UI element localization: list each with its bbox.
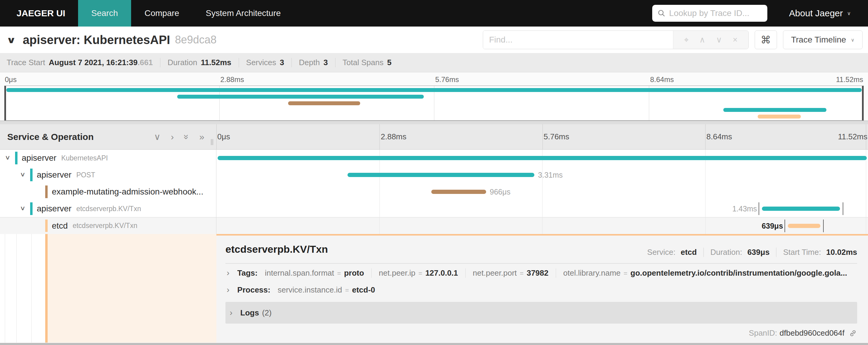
meta-label: Service:	[647, 248, 675, 257]
minimap-span-bar	[758, 115, 801, 118]
nav-item-compare[interactable]: Compare	[131, 0, 192, 27]
collapse-all-icon[interactable]: »	[182, 134, 191, 139]
span-row[interactable]: ∨ apiserver POST 3.31ms	[0, 167, 868, 183]
span-name-cell[interactable]: etcd etcdserverpb.KV/Txn	[0, 218, 216, 234]
span-detail-meta: Service: etcd Duration: 639μs Start Time…	[647, 248, 857, 257]
timeline-column-header: Service & Operation ∨ › » » 0μs2.88ms5.7…	[0, 124, 868, 150]
span-label-tick	[823, 220, 824, 232]
span-expand-chevron-icon[interactable]: ∨	[5, 150, 10, 165]
column-resize-handle[interactable]	[211, 139, 214, 145]
summary-item: Total Spans 5	[335, 58, 392, 67]
span-timeline-cell[interactable]: 3.31ms	[216, 167, 868, 183]
minimap-right-drag-handle[interactable]	[862, 86, 864, 120]
logs-accordion[interactable]: › Logs (2)	[225, 302, 857, 324]
prev-result-icon[interactable]: ∧	[699, 35, 705, 45]
trace-minimap: 0μs2.88ms5.76ms8.64ms11.52ms	[0, 73, 868, 121]
expand-one-icon[interactable]: ›	[171, 133, 174, 141]
span-timeline-cell[interactable]: 1.43ms	[216, 200, 868, 217]
span-service-name: apiserver	[37, 170, 71, 180]
summary-item: Trace Start August 7 2021, 16:21:39.661	[7, 58, 153, 67]
copy-link-icon[interactable]	[849, 329, 857, 338]
process-accordion[interactable]: › Process: service.instance.id = etcd-0	[227, 285, 375, 295]
span-color-strip	[15, 152, 18, 164]
tags-label: Tags:	[237, 268, 257, 278]
meta-value: etcd	[681, 248, 696, 257]
tags-accordion[interactable]: › Tags: internal.span.format = proto net…	[227, 268, 847, 278]
app-logo[interactable]: JAEGER UI	[0, 0, 78, 27]
span-name-cell[interactable]: ∨ apiserver POST	[0, 167, 216, 183]
span-color-strip	[30, 169, 33, 181]
span-timeline-cell[interactable]	[216, 150, 868, 167]
span-detail-panel: etcdserverpb.KV/Txn Service: etcd Durati…	[216, 234, 868, 343]
collapse-trace-chevron-icon[interactable]: ∨	[6, 35, 16, 45]
span-row[interactable]: example-mutating-admission-webhook... 96…	[0, 183, 868, 200]
span-color-strip	[45, 185, 48, 198]
equals-sign: =	[418, 269, 422, 278]
service-operation-title: Service & Operation	[7, 132, 94, 142]
clear-search-icon[interactable]: ×	[733, 35, 738, 45]
span-duration-bar[interactable]	[762, 207, 840, 211]
minimap-span-bar	[6, 88, 862, 92]
meta-label: Start Time:	[783, 248, 821, 257]
detail-meta-item: Start Time: 10.02ms	[776, 248, 857, 257]
service-operation-header: Service & Operation ∨ › » »	[0, 124, 216, 149]
span-duration-bar[interactable]	[431, 190, 486, 194]
span-operation-name: POST	[76, 171, 95, 179]
minimap-viewport[interactable]	[4, 86, 864, 121]
focus-target-icon[interactable]: ⌖	[684, 35, 688, 45]
equals-sign: =	[345, 287, 349, 294]
next-result-icon[interactable]: ∨	[716, 35, 722, 45]
minimap-row	[4, 107, 864, 114]
span-row[interactable]: ∨ apiserver KubernetesAPI	[0, 150, 868, 167]
find-buttons: ⌖ ∧ ∨ ×	[673, 31, 748, 49]
summary-value: 11.52ms	[201, 58, 231, 67]
process-list: service.instance.id = etcd-0	[278, 285, 375, 295]
minimap-span-bars	[4, 87, 864, 120]
span-detail-title: etcdserverpb.KV/Txn	[225, 243, 328, 255]
find-input[interactable]	[483, 31, 673, 49]
view-selector-button[interactable]: Trace Timeline ∨	[783, 30, 863, 49]
key-value-pair: net.peer.ip = 127.0.0.1	[371, 268, 458, 278]
nav-item-search[interactable]: Search	[78, 0, 131, 27]
about-jaeger-menu[interactable]: About Jaeger ∨	[785, 8, 855, 19]
minimap-span-bar	[177, 95, 424, 98]
kv-value: go.opentelemetry.io/contrib/instrumentat…	[630, 268, 847, 278]
bottom-scrollbar[interactable]	[0, 343, 868, 345]
minimap-row	[4, 100, 864, 107]
minimap-left-drag-handle[interactable]	[4, 86, 6, 120]
span-duration-bar[interactable]	[218, 156, 867, 160]
keyboard-shortcuts-button[interactable]: ⌘	[755, 30, 777, 49]
span-duration-bar[interactable]	[788, 224, 820, 228]
span-name-cell[interactable]: ∨ apiserver etcdserverpb.KV/Txn	[0, 200, 216, 217]
collapse-one-icon[interactable]: ∨	[154, 133, 161, 141]
span-duration-bar[interactable]	[347, 173, 534, 177]
expand-all-icon[interactable]: »	[199, 133, 204, 141]
summary-value: 5	[387, 58, 391, 67]
span-timeline-cell[interactable]: 966μs	[216, 183, 868, 200]
span-service-name: etcd	[52, 221, 68, 231]
span-expand-chevron-icon[interactable]: ∨	[20, 167, 26, 182]
trace-header: ∨ apiserver: KubernetesAPI 8e9dca8 ⌖ ∧ ∨…	[0, 27, 868, 53]
trace-id-search-input[interactable]	[669, 8, 762, 18]
nav-item-system-architecture[interactable]: System Architecture	[193, 0, 294, 27]
tick-label: 0μs	[217, 132, 230, 141]
trace-id-search[interactable]	[652, 5, 767, 22]
span-operation-name: etcdserverpb.KV/Txn	[73, 222, 137, 230]
summary-item: Depth 3	[291, 58, 328, 67]
span-color-strip	[30, 202, 33, 215]
span-rows-list: ∨ apiserver KubernetesAPI ∨ apiserver PO…	[0, 150, 868, 234]
span-duration-label: 1.43ms	[733, 200, 757, 217]
trace-summary-bar: Trace Start August 7 2021, 16:21:39.661 …	[0, 53, 868, 73]
span-row[interactable]: etcd etcdserverpb.KV/Txn 639μs	[0, 217, 868, 234]
meta-value: 10.02ms	[826, 248, 857, 257]
trace-title: apiserver: KubernetesAPI	[23, 33, 170, 47]
span-expand-chevron-icon[interactable]: ∨	[20, 200, 26, 216]
span-name-cell[interactable]: example-mutating-admission-webhook...	[0, 183, 216, 200]
span-row[interactable]: ∨ apiserver etcdserverpb.KV/Txn 1.43ms	[0, 200, 868, 217]
span-name-cell[interactable]: ∨ apiserver KubernetesAPI	[0, 150, 216, 167]
span-label-tick	[843, 202, 843, 215]
span-timeline-cell[interactable]: 639μs	[216, 218, 868, 234]
summary-label: Trace Start	[7, 58, 45, 67]
chevron-down-icon: ∨	[851, 37, 855, 43]
minimap-span-bar	[288, 101, 360, 105]
